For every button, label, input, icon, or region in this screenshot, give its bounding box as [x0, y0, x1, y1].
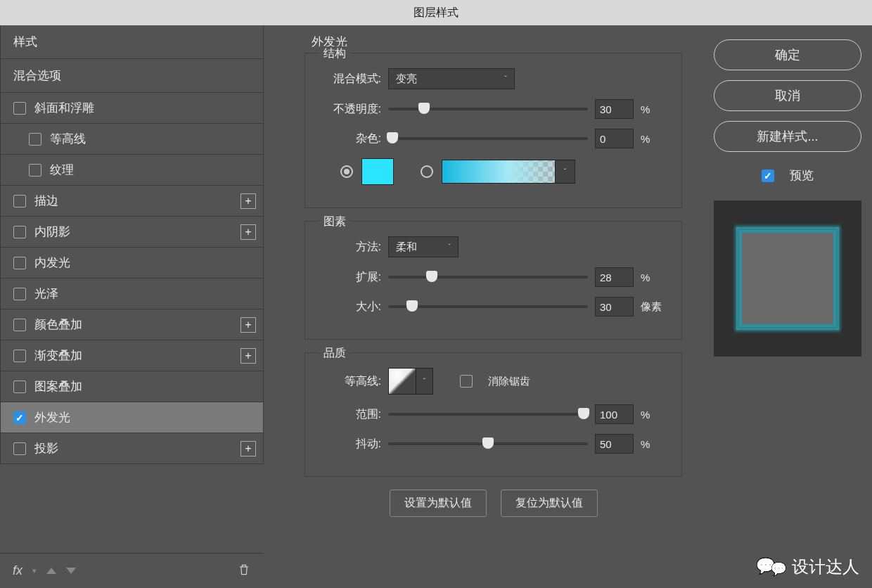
size-input[interactable]: [595, 297, 634, 317]
add-effect-button[interactable]: +: [241, 193, 256, 209]
preview-swatch: [742, 233, 833, 324]
size-unit: 像素: [641, 300, 667, 314]
style-checkbox[interactable]: [13, 442, 26, 455]
pane-divider: [264, 25, 269, 588]
sidebar-item-6[interactable]: 光泽: [0, 279, 264, 309]
reset-default-button[interactable]: 复位为默认值: [501, 490, 598, 517]
size-slider[interactable]: [388, 305, 588, 308]
sidebar-item-5[interactable]: 内发光: [0, 248, 264, 279]
style-checkbox[interactable]: [13, 350, 26, 362]
glow-color-swatch[interactable]: [361, 158, 394, 185]
range-slider[interactable]: [388, 413, 588, 416]
style-checkbox[interactable]: [13, 257, 26, 269]
style-checkbox[interactable]: [13, 195, 26, 207]
sidebar-item-2[interactable]: 纹理: [0, 155, 264, 186]
style-checkbox[interactable]: [13, 226, 26, 238]
opacity-unit: %: [641, 103, 667, 115]
opacity-slider[interactable]: [388, 108, 588, 110]
chevron-down-icon[interactable]: ˇ: [416, 368, 433, 395]
opacity-input[interactable]: [595, 99, 634, 119]
styles-list: 样式 混合选项 斜面和浮雕等高线纹理描边+内阴影+内发光光泽颜色叠加+渐变叠加+…: [0, 25, 264, 553]
ok-button[interactable]: 确定: [714, 39, 861, 70]
style-label: 颜色叠加: [34, 317, 82, 333]
sidebar-item-11[interactable]: 投影+: [0, 433, 264, 464]
preview-checkbox[interactable]: [762, 170, 774, 182]
solid-color-radio[interactable]: [340, 165, 353, 178]
watermark: 💬💬 设计达人: [756, 556, 859, 578]
add-effect-button[interactable]: +: [241, 348, 256, 364]
fx-menu[interactable]: fx: [13, 563, 23, 578]
spread-slider[interactable]: [388, 276, 588, 279]
spread-unit: %: [641, 271, 667, 283]
style-checkbox[interactable]: [13, 411, 26, 424]
trash-icon[interactable]: [237, 562, 251, 580]
style-checkbox[interactable]: [13, 319, 26, 331]
noise-slider[interactable]: [388, 137, 588, 140]
noise-unit: %: [641, 133, 667, 145]
dialog-actions-pane: 确定 取消 新建样式... 预览: [703, 25, 872, 588]
new-style-button[interactable]: 新建样式...: [714, 121, 861, 152]
set-default-button[interactable]: 设置为默认值: [390, 490, 487, 517]
spread-input[interactable]: [595, 267, 634, 287]
fieldset-quality: 品质 等高线: ˇ 消除锯齿 范围: %: [304, 352, 682, 477]
preview-box: [714, 200, 861, 357]
jitter-input[interactable]: [595, 434, 634, 454]
add-effect-button[interactable]: +: [241, 224, 256, 240]
wechat-icon: 💬💬: [756, 557, 786, 577]
size-label: 大小:: [319, 300, 381, 314]
sidebar-item-7[interactable]: 颜色叠加+: [0, 309, 264, 340]
range-input[interactable]: [595, 404, 634, 424]
sidebar-item-8[interactable]: 渐变叠加+: [0, 340, 264, 371]
sidebar-footer: fx ▾: [0, 553, 264, 588]
spread-label: 扩展:: [319, 270, 381, 285]
move-down-icon[interactable]: [66, 568, 76, 574]
range-label: 范围:: [319, 407, 381, 422]
add-effect-button[interactable]: +: [241, 441, 256, 456]
antialias-label: 消除锯齿: [488, 375, 530, 388]
legend-quality: 品质: [319, 346, 350, 361]
fieldset-elements: 图素 方法: 柔和 ˇ 扩展: % 大小:: [304, 221, 682, 340]
sidebar-item-9[interactable]: 图案叠加: [0, 371, 264, 402]
style-checkbox[interactable]: [13, 381, 26, 393]
main-layout: 样式 混合选项 斜面和浮雕等高线纹理描边+内阴影+内发光光泽颜色叠加+渐变叠加+…: [0, 25, 872, 588]
sidebar-item-10[interactable]: 外发光: [0, 402, 264, 433]
style-label: 光泽: [34, 286, 58, 302]
gradient-swatch[interactable]: ˇ: [442, 160, 575, 184]
sidebar-item-4[interactable]: 内阴影+: [0, 217, 264, 248]
window-title: 图层样式: [0, 0, 872, 25]
contour-swatch[interactable]: [388, 368, 416, 395]
style-checkbox[interactable]: [29, 133, 41, 146]
sidebar-item-1[interactable]: 等高线: [0, 124, 264, 155]
jitter-unit: %: [641, 438, 667, 450]
styles-sidebar: 样式 混合选项 斜面和浮雕等高线纹理描边+内阴影+内发光光泽颜色叠加+渐变叠加+…: [0, 25, 264, 588]
gradient-radio[interactable]: [421, 165, 433, 178]
style-label: 内发光: [34, 255, 70, 271]
sidebar-item-0[interactable]: 斜面和浮雕: [0, 93, 264, 124]
jitter-label: 抖动:: [319, 437, 381, 452]
method-select[interactable]: 柔和 ˇ: [388, 236, 459, 257]
noise-input[interactable]: [595, 129, 634, 148]
contour-label: 等高线:: [319, 374, 381, 389]
sidebar-header-blend[interactable]: 混合选项: [0, 59, 264, 93]
style-checkbox[interactable]: [13, 102, 26, 115]
noise-label: 杂色:: [319, 132, 381, 146]
style-label: 等高线: [50, 131, 86, 147]
style-label: 渐变叠加: [34, 347, 82, 364]
sidebar-header-styles[interactable]: 样式: [0, 25, 264, 59]
antialias-checkbox[interactable]: [460, 375, 473, 388]
style-label: 纹理: [50, 162, 74, 178]
jitter-slider[interactable]: [388, 442, 588, 445]
blend-mode-select[interactable]: 变亮 ˇ: [388, 68, 515, 89]
style-label: 描边: [34, 193, 58, 209]
add-effect-button[interactable]: +: [241, 317, 256, 333]
style-label: 外发光: [34, 409, 70, 426]
cancel-button[interactable]: 取消: [714, 80, 861, 111]
chevron-down-icon: ˇ: [448, 243, 451, 251]
sidebar-item-3[interactable]: 描边+: [0, 186, 264, 217]
method-value: 柔和: [396, 241, 417, 254]
style-checkbox[interactable]: [29, 164, 41, 177]
move-up-icon[interactable]: [46, 568, 56, 574]
style-checkbox[interactable]: [13, 288, 26, 300]
chevron-down-icon[interactable]: ˇ: [555, 160, 575, 183]
fieldset-structure: 结构 混合模式: 变亮 ˇ 不透明度: % 杂色:: [304, 53, 682, 208]
